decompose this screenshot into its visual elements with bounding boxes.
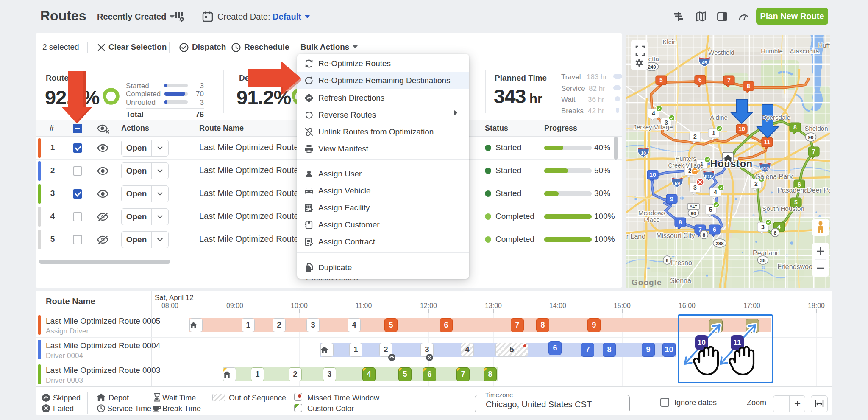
svg-text:Humble: Humble (761, 48, 783, 55)
svg-text:Sienna: Sienna (670, 277, 691, 284)
svg-text:249: 249 (648, 64, 656, 70)
svg-text:8: 8 (774, 230, 777, 235)
svg-text:Aldine: Aldine (710, 114, 728, 121)
svg-text:45: 45 (702, 60, 707, 65)
svg-text:2: 2 (693, 133, 697, 140)
svg-text:8: 8 (793, 124, 797, 131)
svg-text:Google: Google (632, 278, 662, 287)
svg-text:6: 6 (698, 76, 702, 83)
svg-text:Sheldon: Sheldon (804, 125, 828, 132)
svg-text:Galena Park: Galena Park (755, 173, 793, 180)
svg-text:4: 4 (652, 110, 655, 117)
svg-text:Pasadena: Pasadena (777, 187, 808, 194)
svg-text:8: 8 (679, 219, 682, 226)
svg-text:ALT: ALT (690, 204, 697, 209)
svg-text:Dyersdale: Dyersdale (762, 114, 790, 121)
svg-text:610: 610 (705, 174, 712, 179)
svg-text:6: 6 (713, 226, 716, 233)
svg-text:7: 7 (812, 148, 815, 155)
svg-text:610: 610 (761, 166, 769, 171)
svg-text:5: 5 (659, 77, 663, 84)
svg-text:10: 10 (738, 126, 745, 132)
svg-text:5: 5 (709, 206, 712, 213)
svg-text:8: 8 (703, 232, 706, 238)
svg-text:6: 6 (666, 258, 668, 263)
svg-text:Pearland: Pearland (753, 249, 780, 257)
svg-text:Creek Village: Creek Village (668, 162, 703, 169)
svg-text:Friendswood: Friendswood (777, 263, 816, 270)
svg-text:Klein: Klein (662, 38, 676, 45)
svg-text:ar Land: ar Land (626, 233, 645, 240)
svg-text:Place: Place (644, 216, 660, 223)
svg-text:Hunters: Hunters (675, 155, 696, 162)
svg-text:Missouri City: Missouri City (656, 232, 695, 239)
svg-text:Houston: Houston (710, 158, 753, 169)
svg-text:3: 3 (761, 224, 765, 230)
svg-text:10: 10 (641, 151, 646, 156)
svg-text:Fresno: Fresno (671, 259, 692, 266)
svg-text:3: 3 (693, 184, 697, 191)
svg-text:11: 11 (764, 139, 771, 146)
svg-text:Westfield: Westfield (708, 49, 734, 56)
svg-text:10: 10 (698, 339, 706, 347)
svg-text:7: 7 (727, 77, 731, 84)
svg-text:Deer Park: Deer Park (807, 187, 830, 194)
svg-text:90: 90 (691, 211, 696, 216)
svg-text:Huff: Huff (818, 42, 830, 49)
svg-text:Atascocita: Atascocita (790, 48, 819, 55)
svg-text:35: 35 (760, 258, 766, 263)
svg-text:2: 2 (754, 180, 758, 187)
svg-text:69: 69 (675, 181, 680, 186)
svg-text:1: 1 (712, 130, 715, 137)
svg-text:9: 9 (670, 196, 673, 202)
svg-text:Jersey Village: Jersey Village (633, 123, 673, 131)
svg-text:8: 8 (747, 83, 750, 90)
svg-text:Meadows: Meadows (638, 209, 665, 216)
svg-text:11: 11 (734, 339, 741, 347)
svg-text:4: 4 (714, 189, 717, 196)
svg-text:288: 288 (715, 241, 724, 246)
svg-text:90: 90 (808, 135, 814, 140)
svg-text:South Houston: South Houston (762, 205, 804, 212)
svg-text:10: 10 (649, 171, 656, 178)
